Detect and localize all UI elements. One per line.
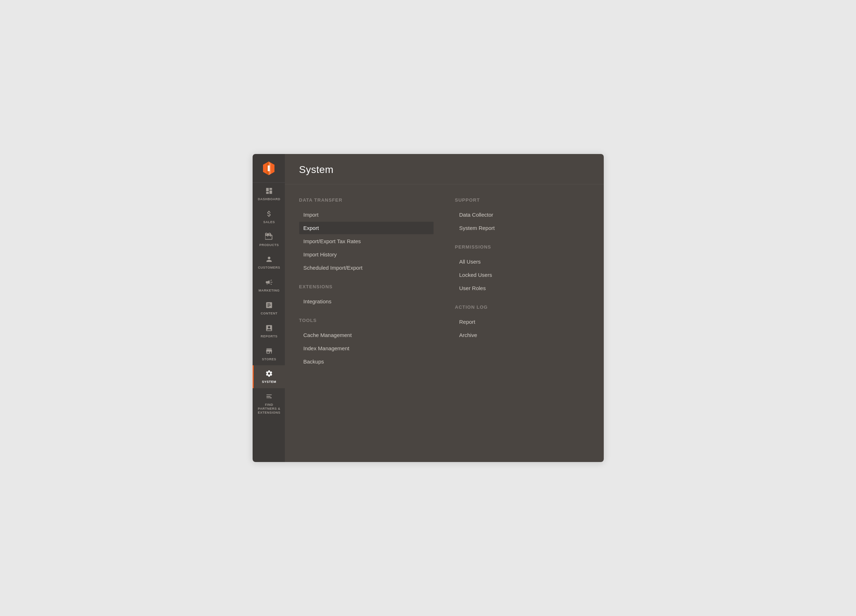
stores-icon xyxy=(265,347,273,356)
menu-item-report[interactable]: Report xyxy=(455,315,590,328)
sidebar-item-content[interactable]: CONTENT xyxy=(252,297,285,320)
menu-item-export[interactable]: Export xyxy=(299,222,434,234)
sidebar-item-dashboard[interactable]: DASHBOARD xyxy=(252,183,285,206)
marketing-icon xyxy=(265,278,273,287)
section-extensions: ExtensionsIntegrations xyxy=(299,284,434,308)
page-title: System xyxy=(299,164,590,175)
find-partners-icon xyxy=(265,393,273,401)
section-tools: ToolsCache ManagementIndex ManagementBac… xyxy=(299,318,434,368)
sales-icon xyxy=(265,210,273,219)
sidebar-item-label-system: SYSTEM xyxy=(262,380,276,384)
section-data-transfer: Data TransferImportExportImport/Export T… xyxy=(299,197,434,274)
panel-body: Data TransferImportExportImport/Export T… xyxy=(285,184,604,462)
customers-icon xyxy=(265,255,273,264)
magento-logo-icon xyxy=(261,160,277,176)
sidebar-item-marketing[interactable]: MARKETING xyxy=(252,274,285,297)
main-panel: System Data TransferImportExportImport/E… xyxy=(285,154,604,462)
sidebar-nav: DASHBOARDSALESPRODUCTSCUSTOMERSMARKETING… xyxy=(252,183,285,419)
section-title: Extensions xyxy=(299,284,434,289)
menu-item-import[interactable]: Import xyxy=(299,209,434,221)
menu-col-right: SupportData CollectorSystem ReportPermis… xyxy=(455,195,590,451)
section-support: SupportData CollectorSystem Report xyxy=(455,197,590,234)
reports-icon xyxy=(265,324,273,333)
menu-item-archive[interactable]: Archive xyxy=(455,329,590,341)
products-icon xyxy=(265,233,273,242)
section-title: Permissions xyxy=(455,244,590,250)
sidebar-item-label-marketing: MARKETING xyxy=(259,289,280,293)
section-title: Data Transfer xyxy=(299,197,434,203)
menu-item-data-collector[interactable]: Data Collector xyxy=(455,209,590,221)
menu-col-left: Data TransferImportExportImport/Export T… xyxy=(299,195,434,451)
sidebar-item-reports[interactable]: REPORTS xyxy=(252,320,285,343)
sidebar-item-sales[interactable]: SALES xyxy=(252,206,285,229)
app-container: DASHBOARDSALESPRODUCTSCUSTOMERSMARKETING… xyxy=(252,154,604,462)
sidebar-item-customers[interactable]: CUSTOMERS xyxy=(252,251,285,274)
content-icon xyxy=(265,301,273,310)
sidebar-item-label-dashboard: DASHBOARD xyxy=(258,197,280,201)
sidebar-item-label-customers: CUSTOMERS xyxy=(258,266,280,270)
sidebar-item-system[interactable]: SYSTEM xyxy=(252,365,285,388)
menu-item-import-export-tax-rates[interactable]: Import/Export Tax Rates xyxy=(299,235,434,247)
section-title: Tools xyxy=(299,318,434,323)
menu-item-locked-users[interactable]: Locked Users xyxy=(455,269,590,281)
menu-item-integrations[interactable]: Integrations xyxy=(299,295,434,308)
menu-item-index-management[interactable]: Index Management xyxy=(299,342,434,355)
system-icon xyxy=(265,370,273,379)
sidebar-item-label-stores: STORES xyxy=(262,358,276,361)
section-title: Action Log xyxy=(455,304,590,310)
section-permissions: PermissionsAll UsersLocked UsersUser Rol… xyxy=(455,244,590,294)
sidebar-item-stores[interactable]: STORES xyxy=(252,343,285,366)
svg-rect-3 xyxy=(268,166,270,171)
icon-sidebar: DASHBOARDSALESPRODUCTSCUSTOMERSMARKETING… xyxy=(252,154,285,462)
menu-item-backups[interactable]: Backups xyxy=(299,355,434,368)
sidebar-item-label-reports: REPORTS xyxy=(260,335,277,338)
sidebar-item-products[interactable]: PRODUCTS xyxy=(252,229,285,251)
sidebar-item-label-find-partners: FIND PARTNERS & EXTENSIONS xyxy=(256,403,283,414)
menu-item-all-users[interactable]: All Users xyxy=(455,255,590,268)
sidebar-item-label-sales: SALES xyxy=(263,220,275,224)
menu-item-import-history[interactable]: Import History xyxy=(299,248,434,261)
sidebar-item-label-content: CONTENT xyxy=(261,312,278,315)
sidebar-item-label-products: PRODUCTS xyxy=(259,243,279,247)
section-title: Support xyxy=(455,197,590,203)
sidebar-item-find-partners[interactable]: FIND PARTNERS & EXTENSIONS xyxy=(252,388,285,419)
dashboard-icon xyxy=(265,187,273,196)
menu-item-cache-management[interactable]: Cache Management xyxy=(299,329,434,341)
menu-item-system-report[interactable]: System Report xyxy=(455,222,590,234)
panel-header: System xyxy=(285,154,604,184)
section-action-log: Action LogReportArchive xyxy=(455,304,590,341)
menu-item-scheduled-import-export[interactable]: Scheduled Import/Export xyxy=(299,261,434,274)
logo-area xyxy=(252,154,285,183)
menu-item-user-roles[interactable]: User Roles xyxy=(455,282,590,294)
